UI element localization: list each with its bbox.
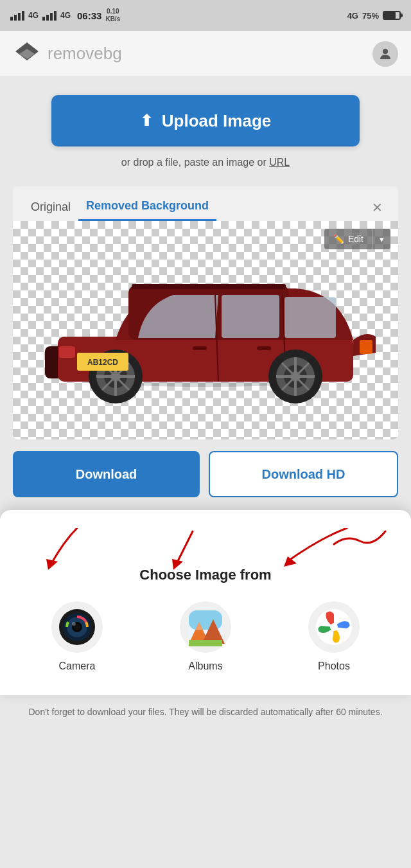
status-bar: 4G 4G 06:33 0.10KB/s 4G 75% — [0, 0, 411, 31]
photos-icon — [315, 608, 353, 646]
time-display: 06:33 — [77, 10, 101, 21]
svg-point-2 — [383, 49, 388, 54]
albums-icon-container — [180, 601, 231, 653]
url-link[interactable]: URL — [269, 157, 290, 168]
logo-area: removebg — [13, 40, 122, 68]
close-panel-button[interactable]: ✕ — [367, 197, 388, 218]
bottom-notice-text: Don't forget to download your files. The… — [13, 705, 398, 719]
download-row: Download Download HD — [13, 451, 398, 497]
navbar: removebg — [0, 31, 411, 77]
tabs-row: Original Removed Background ✕ — [13, 186, 398, 221]
signal-bars-1 — [10, 11, 24, 21]
albums-label: Albums — [188, 660, 222, 672]
svg-text:AB12CD: AB12CD — [87, 358, 118, 367]
upload-arrow-icon: ⬆ — [140, 112, 153, 130]
drop-text: or drop a file, paste an image or URL — [13, 157, 398, 168]
svg-rect-32 — [193, 346, 207, 350]
image-area: AB12CD ✏️ Edit ▾ — [13, 221, 398, 439]
upload-image-button[interactable]: ⬆ Upload Image — [51, 95, 360, 146]
battery-icon — [383, 11, 401, 20]
choose-image-modal-overlay: Choose Image from — [0, 510, 411, 695]
photos-label: Photos — [318, 660, 350, 672]
choose-image-modal: Choose Image from — [0, 510, 411, 695]
network-label-2: 4G — [60, 11, 71, 20]
modal-options: Camera — [13, 601, 398, 672]
albums-icon — [186, 608, 225, 646]
svg-rect-47 — [189, 640, 222, 646]
svg-point-42 — [72, 622, 76, 626]
preview-panel: Original Removed Background ✕ — [13, 186, 398, 439]
svg-marker-35 — [172, 559, 183, 570]
download-hd-button[interactable]: Download HD — [209, 451, 398, 497]
user-icon — [378, 46, 393, 62]
pencil-icon: ✏️ — [333, 234, 344, 244]
photos-icon-container — [308, 601, 360, 653]
svg-marker-36 — [284, 556, 297, 567]
download-button[interactable]: Download — [13, 451, 200, 497]
svg-rect-30 — [360, 340, 372, 354]
camera-option[interactable]: Camera — [51, 601, 103, 672]
battery-percent: 75% — [362, 11, 379, 21]
status-right: 4G 75% — [347, 11, 401, 21]
network-right: 4G — [347, 11, 358, 21]
svg-rect-8 — [284, 297, 336, 338]
signal-bars-2 — [42, 11, 57, 21]
red-arrows-svg — [13, 528, 398, 573]
logo-icon — [13, 40, 41, 68]
svg-point-50 — [330, 623, 338, 631]
photos-option[interactable]: Photos — [308, 601, 360, 672]
camera-icon — [58, 608, 96, 646]
svg-rect-33 — [257, 346, 271, 350]
edit-dropdown-button[interactable]: ▾ — [372, 229, 390, 249]
camera-icon-container — [51, 601, 103, 653]
car-image: AB12CD — [26, 234, 385, 427]
edit-button-group: ✏️ Edit ▾ — [324, 229, 390, 249]
edit-button[interactable]: ✏️ Edit — [324, 229, 372, 249]
logo-text: removebg — [48, 44, 122, 64]
svg-rect-29 — [59, 346, 75, 358]
status-left: 4G 4G 06:33 0.10KB/s — [10, 8, 120, 23]
network-label-1: 4G — [28, 11, 39, 20]
data-speed: 0.10KB/s — [105, 8, 120, 23]
albums-option[interactable]: Albums — [180, 601, 231, 672]
user-account-button[interactable] — [372, 41, 398, 67]
upload-button-label: Upload Image — [162, 111, 271, 131]
svg-rect-44 — [189, 610, 222, 630]
tab-original[interactable]: Original — [23, 195, 78, 220]
tab-removed-background[interactable]: Removed Background — [78, 194, 216, 221]
main-content: ⬆ Upload Image or drop a file, paste an … — [0, 77, 411, 510]
svg-rect-7 — [222, 295, 279, 338]
bottom-notice: Don't forget to download your files. The… — [0, 695, 411, 729]
camera-label: Camera — [59, 660, 96, 672]
arrow-decorations — [13, 528, 398, 573]
svg-marker-34 — [46, 559, 58, 570]
svg-rect-31 — [132, 284, 286, 289]
